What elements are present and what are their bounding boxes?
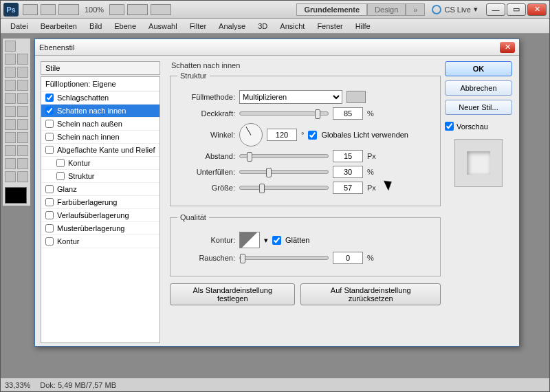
- dialog-close-button[interactable]: ✕: [500, 42, 515, 53]
- wand-tool[interactable]: [5, 67, 16, 78]
- gradient-tool[interactable]: [5, 119, 16, 130]
- arrange-icon[interactable]: [127, 4, 148, 15]
- dodge-tool[interactable]: [5, 132, 16, 143]
- move-tool[interactable]: [5, 41, 16, 52]
- distance-input[interactable]: [333, 150, 363, 162]
- screenmode-icon[interactable]: [151, 4, 171, 15]
- style-checkbox[interactable]: [45, 224, 54, 232]
- menu-filter[interactable]: Filter: [184, 21, 212, 32]
- reset-default-button[interactable]: Auf Standardeinstellung zurücksetzen: [300, 283, 441, 305]
- style-checkbox[interactable]: [56, 159, 65, 167]
- new-style-button[interactable]: Neuer Stil...: [445, 100, 512, 115]
- eyedropper-tool[interactable]: [5, 80, 16, 91]
- heal-tool[interactable]: [17, 80, 28, 91]
- zoom-tool[interactable]: [17, 171, 28, 182]
- angle-input[interactable]: [267, 129, 297, 141]
- style-item-schein-nach-innen[interactable]: Schein nach innen: [41, 131, 160, 144]
- minibridge-icon[interactable]: [41, 4, 56, 15]
- style-checkbox[interactable]: [45, 120, 54, 128]
- blending-options-item[interactable]: Füllloptionen: Eigene: [41, 77, 160, 91]
- hand-tool[interactable]: [5, 171, 16, 182]
- style-checkbox[interactable]: [45, 133, 54, 141]
- size-input[interactable]: [333, 182, 363, 194]
- opacity-input[interactable]: [333, 107, 363, 120]
- shadow-color-swatch[interactable]: [346, 91, 366, 103]
- cancel-button[interactable]: Abbrechen: [445, 80, 512, 96]
- style-item-verlaufsueberlagerung[interactable]: Verlaufsüberlagerung: [41, 209, 160, 222]
- history-brush-tool[interactable]: [5, 106, 16, 117]
- foreground-background-swatch[interactable]: [5, 187, 27, 204]
- style-checkbox[interactable]: [56, 172, 65, 180]
- style-item-struktur-sub[interactable]: Struktur: [41, 170, 160, 183]
- blur-tool[interactable]: [17, 119, 28, 130]
- 3d-tool[interactable]: [17, 158, 28, 169]
- status-zoom[interactable]: 33,33%: [5, 381, 30, 389]
- ok-button[interactable]: OK: [445, 61, 512, 76]
- menu-analyse[interactable]: Analyse: [213, 21, 251, 32]
- style-item-farbueberlagerung[interactable]: Farbüberlagerung: [41, 196, 160, 209]
- preview-checkbox[interactable]: [445, 122, 454, 131]
- menu-ansicht[interactable]: Ansicht: [274, 21, 310, 32]
- noise-input[interactable]: [333, 252, 363, 264]
- menu-ebene[interactable]: Ebene: [109, 21, 142, 32]
- shape-tool[interactable]: [5, 158, 16, 169]
- menu-fenster[interactable]: Fenster: [311, 21, 348, 32]
- cslive-button[interactable]: CS Live ▾: [432, 5, 478, 14]
- style-checkbox[interactable]: [45, 211, 54, 219]
- choke-slider[interactable]: [239, 170, 329, 174]
- contour-dropdown-icon[interactable]: ▾: [264, 236, 268, 245]
- crop-tool[interactable]: [17, 67, 28, 78]
- bridge-icon[interactable]: [23, 4, 38, 15]
- dialog-titlebar[interactable]: Ebenenstil ✕: [35, 39, 519, 56]
- menu-auswahl[interactable]: Auswahl: [143, 21, 183, 32]
- antialias-checkbox[interactable]: [272, 236, 281, 245]
- marquee-tool[interactable]: [5, 54, 16, 65]
- hand-icon[interactable]: [109, 4, 124, 15]
- stamp-tool[interactable]: [17, 93, 28, 104]
- zoom-level[interactable]: 100%: [82, 6, 107, 14]
- type-tool[interactable]: [5, 145, 16, 156]
- style-item-bevel[interactable]: Abgeflachte Kante und Relief: [41, 144, 160, 157]
- global-light-checkbox[interactable]: [308, 131, 317, 140]
- choke-input[interactable]: [333, 166, 363, 178]
- close-button[interactable]: ✕: [527, 3, 547, 16]
- distance-slider[interactable]: [239, 154, 329, 158]
- style-item-schlagschatten[interactable]: Schlagschatten: [41, 91, 160, 105]
- styles-header[interactable]: Stile: [41, 61, 160, 75]
- maximize-button[interactable]: ▭: [507, 3, 526, 16]
- style-checkbox[interactable]: [45, 237, 54, 246]
- minimize-button[interactable]: —: [486, 3, 505, 16]
- style-item-schein-nach-aussen[interactable]: Schein nach außen: [41, 118, 160, 131]
- menu-datei[interactable]: Datei: [5, 21, 34, 32]
- style-item-glanz[interactable]: Glanz: [41, 183, 160, 196]
- style-item-kontur[interactable]: Kontur: [41, 235, 160, 248]
- menu-hilfe[interactable]: Hilfe: [350, 21, 376, 32]
- workspace-more[interactable]: »: [406, 3, 425, 16]
- menu-3d[interactable]: 3D: [252, 21, 273, 32]
- style-checkbox[interactable]: [45, 185, 54, 193]
- style-checkbox[interactable]: [45, 146, 54, 154]
- make-default-button[interactable]: Als Standardeinstellung festlegen: [170, 283, 295, 305]
- brush-tool[interactable]: [5, 93, 16, 104]
- blendmode-select[interactable]: Multiplizieren: [239, 90, 342, 104]
- style-item-schatten-nach-innen[interactable]: Schatten nach innen: [41, 105, 160, 118]
- style-item-musterueberlagerung[interactable]: Musterüberlagerung: [41, 222, 160, 235]
- lasso-tool[interactable]: [17, 54, 28, 65]
- pen-tool[interactable]: [17, 132, 28, 143]
- menu-bearbeiten[interactable]: Bearbeiten: [35, 21, 82, 32]
- size-slider[interactable]: [239, 186, 329, 190]
- workspace-tab-grundelemente[interactable]: Grundelemente: [296, 3, 367, 16]
- style-item-kontur-sub[interactable]: Kontur: [41, 157, 160, 170]
- style-checkbox[interactable]: [45, 107, 54, 115]
- menu-bild[interactable]: Bild: [84, 21, 107, 32]
- view-extras-icon[interactable]: [58, 4, 79, 15]
- angle-wheel[interactable]: [239, 123, 263, 146]
- path-tool[interactable]: [17, 145, 28, 156]
- contour-picker[interactable]: [239, 232, 260, 248]
- workspace-tab-design[interactable]: Design: [367, 3, 406, 16]
- style-checkbox[interactable]: [45, 198, 54, 206]
- noise-slider[interactable]: [239, 256, 329, 260]
- opacity-slider[interactable]: [239, 111, 329, 116]
- eraser-tool[interactable]: [17, 106, 28, 117]
- style-checkbox[interactable]: [45, 94, 54, 102]
